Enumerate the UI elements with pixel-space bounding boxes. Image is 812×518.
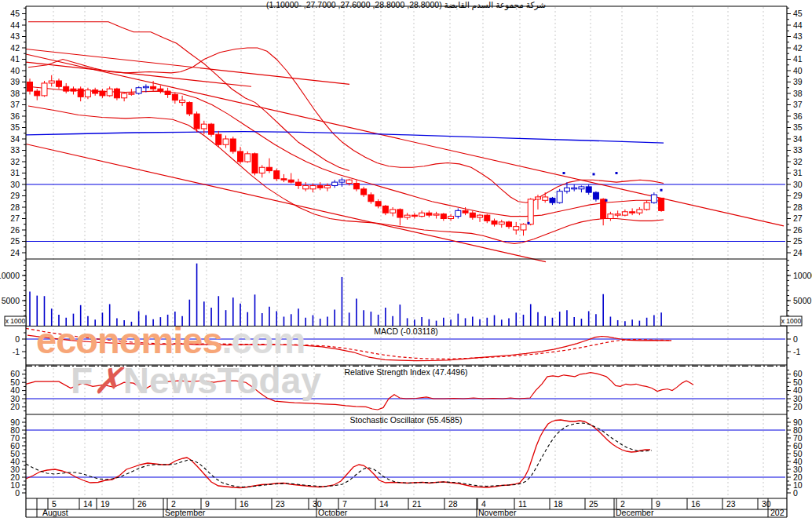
candle-body — [615, 214, 620, 215]
trendline-upper — [26, 54, 784, 226]
week-label: 23 — [726, 499, 736, 509]
candle-body — [411, 215, 417, 216]
candle-body — [303, 185, 309, 188]
price-tick-label-left: 39 — [10, 77, 20, 86]
month-label: November — [478, 508, 517, 517]
candle-body — [129, 93, 134, 94]
price-tick-label-right: 24 — [793, 248, 803, 257]
candle-body — [361, 189, 367, 195]
candle-body — [165, 91, 170, 94]
price-tick-label-right: 37 — [793, 100, 803, 109]
marker-dot — [605, 199, 608, 202]
week-label: 21 — [412, 499, 422, 509]
candle-body — [601, 199, 606, 219]
candle-body — [499, 222, 504, 224]
candle-body — [550, 198, 555, 202]
week-label: 16 — [691, 499, 700, 509]
week-label: 23 — [276, 499, 285, 509]
week-label: 14 — [379, 499, 389, 509]
volume-tick-label-right: 5000 — [793, 296, 812, 305]
price-tick-label-right: 28 — [793, 202, 803, 212]
candle-body — [245, 154, 251, 162]
marker-dot — [528, 222, 530, 224]
candle-body — [382, 206, 388, 213]
price-tick-label-right: 26 — [793, 225, 803, 235]
week-label: 25 — [589, 499, 598, 509]
week-label: 9 — [205, 499, 210, 509]
price-tick-label-right: 25 — [793, 236, 803, 246]
candle-body — [579, 187, 584, 189]
rsi-tick-label-right: 20 — [793, 402, 803, 411]
month-label: September — [165, 508, 206, 517]
candle-body — [216, 134, 221, 144]
price-tick-label-right: 42 — [793, 43, 803, 53]
candle-body — [608, 214, 613, 219]
candle-body — [397, 210, 403, 217]
macd-tick-label-left: -1 — [13, 347, 20, 356]
candle-body — [390, 210, 396, 213]
week-label: 11 — [518, 499, 527, 509]
month-label: October — [318, 508, 348, 517]
bollinger-upper-line — [28, 48, 664, 202]
month-label: August — [42, 508, 68, 517]
candle-body — [492, 221, 497, 224]
rsi-label: Relative Strength Index (47.4496) — [0, 367, 812, 377]
candle-body — [295, 182, 301, 185]
price-tick-label-right: 38 — [793, 89, 803, 98]
price-tick-label-right: 32 — [793, 157, 803, 166]
price-tick-label-right: 31 — [793, 168, 803, 177]
candle-body — [100, 91, 105, 96]
candle-body — [27, 82, 33, 92]
price-tick-label-left: 41 — [10, 54, 20, 64]
candle-body — [267, 167, 272, 170]
candle-body — [593, 192, 598, 199]
price-tick-label-left: 38 — [10, 89, 20, 98]
price-tick-label-left: 43 — [10, 31, 20, 41]
candle-body — [172, 94, 177, 100]
week-label: 28 — [448, 499, 458, 509]
rsi-tick-label-left: 20 — [10, 402, 20, 411]
price-tick-label-right: 43 — [793, 31, 803, 41]
price-tick-label-left: 27 — [10, 213, 20, 223]
candle-body — [404, 215, 410, 217]
candle-body — [426, 213, 432, 215]
multi-panel-chart[interactable]: 4545444443434242414140403939383837373636… — [0, 0, 812, 518]
macd-tick-label-right: -1 — [793, 347, 800, 356]
candle-body — [470, 213, 475, 217]
candle-body — [375, 202, 381, 206]
candle-body — [441, 214, 446, 219]
candle-body — [644, 202, 649, 210]
marker-dot — [593, 173, 595, 175]
candle-body — [259, 167, 265, 173]
price-tick-label-right: 33 — [793, 145, 803, 155]
trendline-lower — [26, 144, 546, 262]
marker-dot — [563, 172, 565, 174]
marker-dot — [616, 172, 618, 174]
candle-body — [332, 182, 338, 185]
price-tick-label-left: 42 — [10, 43, 20, 53]
candle-body — [223, 139, 229, 144]
week-label: 9 — [656, 499, 660, 509]
week-label: 19 — [101, 499, 110, 509]
price-tick-label-left: 32 — [10, 157, 20, 166]
price-tick-label-left: 40 — [10, 66, 20, 75]
candle-body — [448, 217, 454, 219]
candle-body — [463, 210, 468, 213]
candle-body — [507, 222, 512, 227]
candle-body — [187, 103, 192, 115]
candle-body — [288, 180, 294, 182]
candle-body — [477, 215, 483, 217]
candle-body — [317, 185, 323, 188]
economies-watermark-domain: .com — [222, 319, 305, 361]
stoch-tick-label-left: 0 — [15, 488, 20, 498]
candle-body — [281, 179, 287, 180]
candle-body — [419, 213, 425, 216]
price-tick-label-right: 44 — [793, 20, 803, 30]
candle-body — [107, 89, 112, 96]
candle-body — [324, 185, 330, 188]
price-tick-label-right: 29 — [793, 191, 803, 200]
candle-body — [572, 188, 577, 188]
week-label: 14 — [83, 499, 93, 509]
candle-body — [433, 214, 439, 215]
candle-body — [637, 210, 642, 213]
